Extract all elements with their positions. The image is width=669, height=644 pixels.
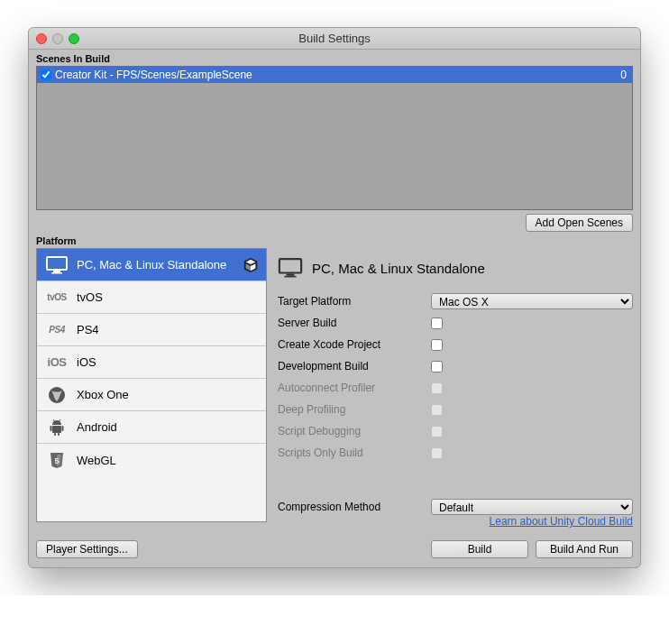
row-autoconnect: Autoconnect Profiler [278,380,633,396]
platform-item-webgl[interactable]: 5 WebGL [37,444,266,476]
svg-rect-8 [52,426,61,433]
target-platform-select[interactable]: Mac OS X [431,293,633,309]
platform-item-ios[interactable]: iOS iOS [37,346,266,379]
close-icon[interactable] [36,33,47,44]
server-build-checkbox[interactable] [431,317,443,329]
svg-rect-18 [280,259,301,272]
svg-rect-1 [53,271,60,272]
row-script-debug: Script Debugging [278,423,633,439]
svg-line-14 [60,419,61,421]
row-deep-profiling: Deep Profiling [278,401,633,418]
row-target-platform: Target Platform Mac OS X [278,293,633,309]
build-button[interactable]: Build [431,540,528,558]
platform-item-ps4[interactable]: PS4 PS4 [37,314,266,346]
scenes-list[interactable]: Creator Kit - FPS/Scenes/ExampleScene 0 [36,66,633,210]
deep-profiling-checkbox [431,404,443,416]
server-build-label: Server Build [278,317,431,329]
deep-profiling-label: Deep Profiling [278,403,431,416]
bottom-bar: Player Settings... Build Build And Run [29,535,640,567]
scenes-label: Scenes In Build [29,50,640,66]
platform-label: Platform [29,232,640,248]
svg-rect-2 [51,272,62,274]
platform-item-tvos[interactable]: tvOS tvOS [37,281,266,314]
create-xcode-checkbox[interactable] [431,339,443,351]
svg-text:5: 5 [54,456,59,465]
platform-item-android[interactable]: Android [37,411,266,444]
script-debug-label: Script Debugging [278,425,431,437]
details-header: PC, Mac & Linux Standalone [278,252,633,284]
platform-item-label: Android [77,420,117,434]
xbox-icon [44,385,69,405]
autoconnect-label: Autoconnect Profiler [278,382,431,394]
scene-index: 0 [620,69,628,81]
ios-icon: iOS [44,353,69,373]
android-icon [44,418,69,437]
compression-select[interactable]: Default [431,499,633,515]
create-xcode-label: Create Xcode Project [278,338,431,351]
row-dev-build: Development Build [278,358,633,374]
svg-rect-0 [47,257,67,270]
script-debug-checkbox [431,426,443,437]
scripts-only-label: Scripts Only Build [278,446,431,459]
platform-item-label: Xbox One [77,388,129,401]
scene-row[interactable]: Creator Kit - FPS/Scenes/ExampleScene 0 [37,67,632,83]
platform-item-label: WebGL [77,454,116,467]
svg-rect-20 [284,276,296,278]
scripts-only-checkbox [431,447,443,459]
dev-build-checkbox[interactable] [431,361,443,373]
window-controls [36,33,79,44]
row-server-build: Server Build [278,315,633,331]
platform-details: PC, Mac & Linux Standalone Target Platfo… [278,248,633,528]
svg-line-13 [53,419,55,421]
build-and-run-button[interactable]: Build And Run [536,540,633,558]
cloud-build-link[interactable]: Learn about Unity Cloud Build [490,515,633,528]
build-settings-window: Build Settings Scenes In Build Creator K… [28,27,641,568]
svg-rect-12 [58,433,60,436]
autoconnect-checkbox [431,382,443,394]
platform-item-label: tvOS [77,290,103,304]
platform-list: PC, Mac & Linux Standalone tvOS tvOS PS4… [36,248,267,522]
svg-rect-19 [287,274,295,276]
monitor-icon [44,255,69,275]
row-create-xcode: Create Xcode Project [278,336,633,353]
add-open-scenes-button[interactable]: Add Open Scenes [526,214,633,232]
platform-item-label: PS4 [77,323,99,336]
unity-icon [243,257,259,273]
row-scripts-only: Scripts Only Build [278,445,633,461]
player-settings-button[interactable]: Player Settings... [36,540,138,558]
scene-path: Creator Kit - FPS/Scenes/ExampleScene [55,69,252,81]
platform-item-label: iOS [77,355,96,369]
platform-item-xboxone[interactable]: Xbox One [37,379,266,411]
window-title: Build Settings [29,32,640,45]
platform-item-standalone[interactable]: PC, Mac & Linux Standalone [37,249,266,281]
svg-rect-10 [62,426,64,431]
titlebar: Build Settings [29,28,640,50]
dev-build-label: Development Build [278,360,431,373]
details-title: PC, Mac & Linux Standalone [312,261,485,276]
ps4-icon: PS4 [44,320,69,340]
svg-rect-9 [50,426,52,431]
platform-item-label: PC, Mac & Linux Standalone [77,258,226,271]
monitor-icon [278,258,303,278]
html5-icon: 5 [44,450,69,470]
target-platform-label: Target Platform [278,295,431,308]
scene-checkbox[interactable] [41,69,51,80]
tvos-icon: tvOS [44,288,69,308]
zoom-icon[interactable] [69,33,79,44]
minimize-icon [52,33,63,44]
svg-rect-11 [54,433,56,436]
compression-label: Compression Method [278,501,431,513]
row-compression: Compression Method Default [278,499,633,515]
